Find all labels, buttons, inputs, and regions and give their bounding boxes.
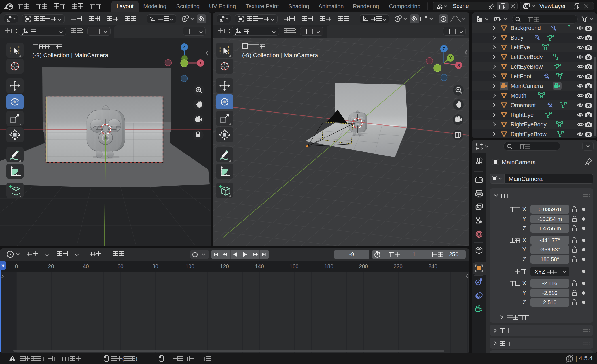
svg-text:X: X: [199, 61, 202, 65]
svg-text:Y: Y: [449, 56, 452, 60]
svg-text:Z: Z: [183, 45, 186, 49]
svg-text:X: X: [457, 63, 460, 67]
svg-text:Z: Z: [443, 46, 445, 51]
